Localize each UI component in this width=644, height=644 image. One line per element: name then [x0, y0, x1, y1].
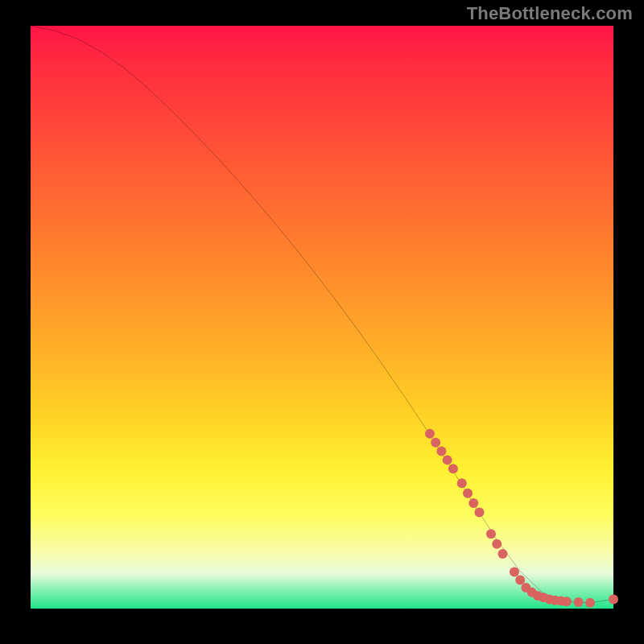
- bottleneck-curve: [31, 26, 613, 603]
- marker-point: [492, 539, 502, 549]
- marker-point: [574, 597, 584, 607]
- marker-point: [515, 576, 525, 585]
- marker-point: [510, 567, 519, 576]
- marker-point: [436, 447, 446, 456]
- marker-point: [431, 438, 440, 448]
- marker-point: [486, 529, 496, 539]
- marker-point: [585, 598, 595, 608]
- marker-point: [448, 464, 458, 473]
- curve-layer: [31, 26, 613, 603]
- marker-layer: [425, 429, 618, 608]
- chart-frame: TheBottleneck.com: [0, 0, 644, 644]
- watermark-text: TheBottleneck.com: [467, 3, 633, 24]
- marker-point: [562, 597, 572, 606]
- marker-point: [463, 489, 473, 498]
- marker-point: [425, 429, 435, 439]
- marker-point: [474, 508, 484, 518]
- marker-point: [457, 478, 467, 488]
- plot-area: [31, 26, 613, 609]
- marker-point: [497, 549, 507, 559]
- chart-svg: [31, 26, 613, 609]
- marker-point: [443, 455, 452, 464]
- marker-point: [609, 594, 618, 604]
- marker-point: [469, 498, 478, 508]
